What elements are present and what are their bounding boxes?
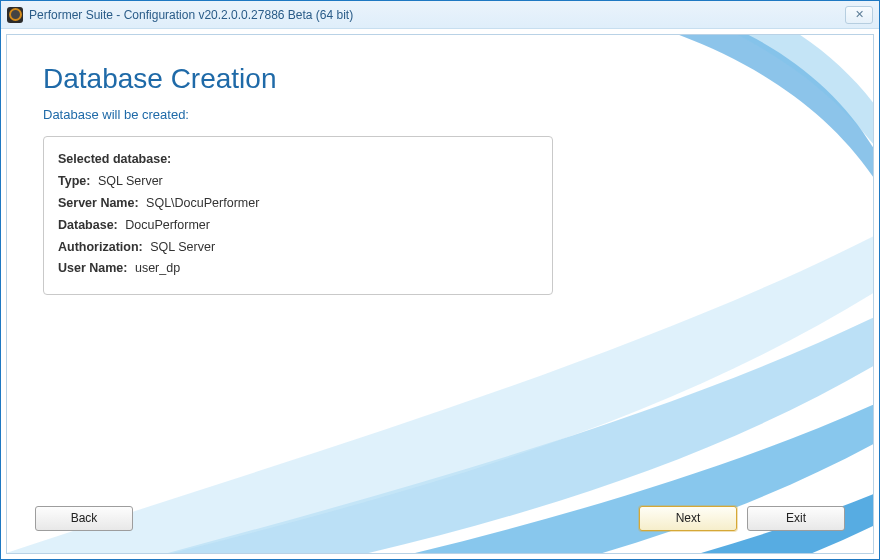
authorization-label: Authorization:	[58, 240, 143, 254]
type-label: Type:	[58, 174, 90, 188]
user-name-value: user_dp	[135, 261, 180, 275]
back-button[interactable]: Back	[35, 506, 133, 531]
selected-database-label: Selected database:	[58, 152, 171, 166]
footer: Back Next Exit	[7, 495, 873, 553]
summary-row-database: Database: DocuPerformer	[58, 215, 538, 237]
client-area: Database Creation Database will be creat…	[6, 34, 874, 554]
server-name-label: Server Name:	[58, 196, 139, 210]
summary-selected: Selected database:	[58, 149, 538, 171]
summary-row-auth: Authorization: SQL Server	[58, 237, 538, 259]
summary-row-server: Server Name: SQL\DocuPerformer	[58, 193, 538, 215]
close-button[interactable]: ✕	[845, 6, 873, 24]
close-icon: ✕	[855, 8, 864, 21]
content: Database Creation Database will be creat…	[7, 35, 873, 553]
summary-row-user: User Name: user_dp	[58, 258, 538, 280]
exit-button[interactable]: Exit	[747, 506, 845, 531]
titlebar: Performer Suite - Configuration v20.2.0.…	[1, 1, 879, 29]
window-title: Performer Suite - Configuration v20.2.0.…	[29, 8, 845, 22]
summary-row-type: Type: SQL Server	[58, 171, 538, 193]
next-button[interactable]: Next	[639, 506, 737, 531]
server-name-value: SQL\DocuPerformer	[146, 196, 259, 210]
app-window: Performer Suite - Configuration v20.2.0.…	[0, 0, 880, 560]
user-name-label: User Name:	[58, 261, 127, 275]
type-value: SQL Server	[98, 174, 163, 188]
database-label: Database:	[58, 218, 118, 232]
database-value: DocuPerformer	[125, 218, 210, 232]
page-subheading: Database will be created:	[43, 107, 837, 122]
summary-panel: Selected database: Type: SQL Server Serv…	[43, 136, 553, 295]
page-heading: Database Creation	[43, 63, 837, 95]
app-icon	[7, 7, 23, 23]
authorization-value: SQL Server	[150, 240, 215, 254]
